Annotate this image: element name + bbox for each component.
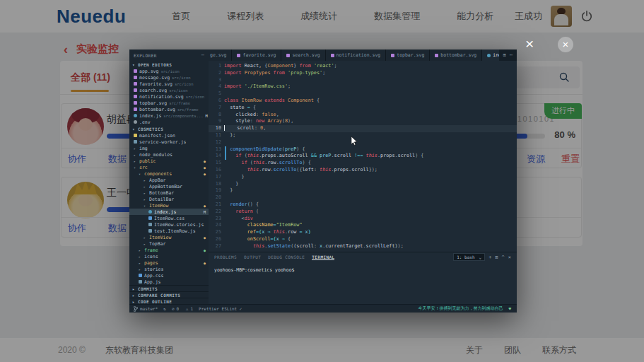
- terminal-icon-3[interactable]: ×: [508, 255, 511, 260]
- svg-file-icon: [134, 101, 137, 105]
- code-line-1: 1import React, {Component} from 'react';: [209, 63, 517, 70]
- tree-item-img[interactable]: ▸img: [129, 145, 209, 151]
- panel-icons: +⊞^×: [488, 255, 511, 260]
- lint-status[interactable]: Prettier ESLint ✓: [199, 306, 242, 311]
- editor-tab-notification.svg[interactable]: notification.svg: [326, 49, 387, 61]
- panel-tab-debug-console[interactable]: DEBUG CONSOLE: [268, 255, 305, 260]
- tree-item-ItemRow.stories.js[interactable]: ItemRow.stories.js: [129, 221, 209, 228]
- panel-tab-terminal[interactable]: TERMINAL: [312, 255, 334, 260]
- js-file-icon: [134, 114, 137, 117]
- tab-action-icon-1[interactable]: ⋯: [510, 52, 513, 58]
- tree-item-index.js[interactable]: index.jsM: [129, 209, 209, 215]
- tree-item-icons[interactable]: ▸icons: [129, 253, 209, 259]
- terminal-icon-0[interactable]: +: [488, 255, 491, 260]
- sync-icon[interactable]: ↻: [163, 306, 166, 311]
- tree-item-frame[interactable]: ▸frame●: [129, 247, 209, 253]
- svg-file-icon: [237, 54, 240, 57]
- editor-tab-search.svg[interactable]: search.svg: [281, 49, 325, 61]
- code-editor[interactable]: 1import React, {Component} from 'react';…: [209, 61, 517, 252]
- status-motto: 今天早安！拼搏到无能为力，努力到感动自己: [418, 305, 503, 312]
- tree-item-BottomBar[interactable]: ▸BottomBar: [129, 189, 209, 196]
- problems-indicator[interactable]: ⊘0 ⚠1: [172, 306, 193, 311]
- tree-item-TopBar[interactable]: ▸TopBar: [129, 240, 209, 247]
- editor-tab-topbar.svg[interactable]: topbar.svg: [386, 49, 430, 61]
- code-line-15: 15 if (this.row.scrollTo) {: [209, 160, 517, 167]
- svg-file-icon: [134, 76, 137, 79]
- css-file-icon: [148, 216, 152, 220]
- terminal-icon-2[interactable]: ^: [502, 255, 505, 260]
- editor-tab-actions: ⊞⋯: [499, 49, 517, 61]
- code-line-7: 7 state = {: [209, 105, 517, 112]
- explorer-more-icon[interactable]: ⋯: [201, 52, 204, 58]
- open-editor-item[interactable]: app.svgsrc/icon: [129, 68, 209, 74]
- tree-item-AppBar[interactable]: ▸AppBar: [129, 177, 209, 183]
- shell-select[interactable]: 1: bash⌄: [453, 253, 485, 261]
- panel-tab-problems[interactable]: PROBLEMS: [214, 255, 237, 260]
- explorer-header: EXPLORER ⋯: [129, 49, 209, 61]
- editor-tab-bottombar.svg[interactable]: bottombar.svg: [430, 49, 482, 61]
- tab-action-icon-0[interactable]: ⊞: [503, 52, 506, 58]
- vscode-main: 1import React, {Component} from 'react';…: [209, 61, 517, 304]
- svg-file-icon: [286, 54, 290, 57]
- tree-item-ItemRow[interactable]: ▾ItemRow●: [129, 202, 209, 209]
- code-line-4: 4import './ItemRow.css';: [209, 83, 517, 90]
- code-line-20: 20: [209, 194, 517, 202]
- open-editor-item[interactable]: message.svgsrc/icon: [129, 74, 209, 81]
- svg-file-icon: [134, 88, 137, 92]
- branch-icon: [134, 306, 138, 312]
- code-line-16: 16 this.row.scrollTo({left: this.props.s…: [209, 167, 517, 174]
- editor-tab-favorite.svg[interactable]: favorite.svg: [232, 49, 281, 61]
- code-line-24: 24 className="ItemRow": [209, 222, 517, 229]
- vscode-window: EXPLORER ⋯ ge.svgfavorite.svgsearch.svgn…: [129, 49, 517, 313]
- svg-file-icon: [391, 54, 394, 57]
- svg-file-icon: [134, 69, 137, 73]
- css-file-icon: [139, 274, 142, 277]
- git-branch[interactable]: master*: [134, 306, 158, 312]
- close-icon[interactable]: ×: [525, 36, 534, 51]
- page: Neuedu 首页课程列表成绩统计数据集管理能力分析 王成功 ‹ 实验监控 全部…: [0, 0, 644, 362]
- section-code-outline[interactable]: ▸ CODE OUTLINE: [129, 298, 209, 304]
- open-editor-item[interactable]: notification.svgsrc/icon: [129, 93, 209, 100]
- warning-icon: ⚠: [186, 306, 189, 311]
- code-line-17: 17 }: [209, 174, 517, 181]
- tree-item-stories[interactable]: ▸stories: [129, 266, 209, 272]
- code-line-10: 10 scroll: 0,: [209, 125, 517, 132]
- open-editor-item[interactable]: search.svgsrc/icon: [129, 87, 209, 93]
- js2-file-icon: [134, 140, 137, 144]
- open-editor-item[interactable]: favorite.svgsrc/icon: [129, 81, 209, 87]
- vscode-status-bar: master* ↻ ⊘0 ⚠1 Prettier ESLint ✓ 今天早安！拼…: [129, 304, 517, 313]
- code-line-2: 2import PropTypes from 'prop-types';: [209, 70, 517, 77]
- tree-item-ItemView[interactable]: ▸ItemView●: [129, 234, 209, 240]
- tree-item-AppBottomBar[interactable]: ▸AppBottomBar: [129, 183, 209, 189]
- tree-item-service-worker.js[interactable]: service-worker.js: [129, 139, 209, 145]
- open-editor-item[interactable]: index.jssrc/components...M: [129, 112, 209, 119]
- tree-item-ItemRow.css[interactable]: ItemRow.css: [129, 215, 209, 221]
- section-open-editors[interactable]: ▾ OPEN EDITORS: [129, 61, 209, 68]
- section-project[interactable]: ▾ COSMETICS: [129, 125, 209, 132]
- open-editor-item[interactable]: .env: [129, 119, 209, 125]
- open-editor-item[interactable]: bottombar.svgsrc/frame: [129, 106, 209, 112]
- close-circle-icon[interactable]: ×: [558, 37, 573, 52]
- tree-item-App.css[interactable]: App.css: [129, 272, 209, 279]
- editor-tab-ge.svg[interactable]: ge.svg: [209, 49, 232, 61]
- panel-tab-output[interactable]: OUTPUT: [244, 255, 261, 260]
- tree-item-components[interactable]: ▾components●: [129, 170, 209, 177]
- tree-item-node_modules[interactable]: ▸node_modules: [129, 151, 209, 158]
- open-editor-item[interactable]: topbar.svgsrc/frame: [129, 100, 209, 106]
- code-line-11: 11 };: [209, 132, 517, 139]
- tree-item-App.js[interactable]: App.js: [129, 279, 209, 285]
- terminal-prompt[interactable]: yoohoos-MBP:cosmetics yoohoo$: [209, 262, 517, 273]
- tree-item-manifest.json[interactable]: manifest.json: [129, 132, 209, 139]
- code-line-22: 22 return (: [209, 209, 517, 216]
- tree-item-public[interactable]: ▸public●: [129, 158, 209, 164]
- tree-item-src[interactable]: ▾src●: [129, 164, 209, 170]
- editor-tab-index.js[interactable]: index.js...ItemRow×: [482, 49, 498, 61]
- tree-item-pages[interactable]: ▸pages●: [129, 259, 209, 266]
- section-compare-commits[interactable]: ▸ COMPARE COMMITS: [129, 291, 209, 298]
- tree-item-DetailBar[interactable]: ▸DetailBar: [129, 196, 209, 202]
- svg-file-icon: [134, 82, 137, 86]
- tree-item-test.ItemRow.js[interactable]: test.ItemRow.js: [129, 228, 209, 234]
- sidebar-bottom-sections: ▸ COMMITS▸ COMPARE COMMITS▸ CODE OUTLINE: [129, 285, 209, 304]
- terminal-icon-1[interactable]: ⊞: [495, 255, 498, 260]
- section-commits[interactable]: ▸ COMMITS: [129, 285, 209, 291]
